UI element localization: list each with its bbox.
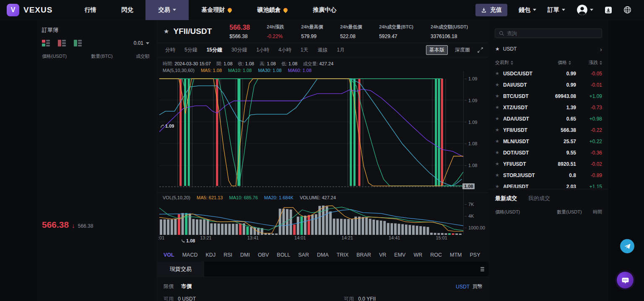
- timeframe-tab[interactable]: 1天: [296, 46, 313, 54]
- tab-recent-trades[interactable]: 最新成交: [495, 195, 517, 202]
- language-button[interactable]: [623, 6, 631, 14]
- currency-selector[interactable]: USDT: [456, 284, 470, 290]
- brand-name: VEXUS: [23, 5, 52, 15]
- indicator-tab[interactable]: BOLL: [277, 252, 290, 258]
- nav-item-promotion[interactable]: 推廣中心: [300, 0, 349, 20]
- depth-view-button[interactable]: 深度圖: [455, 46, 470, 54]
- indicator-tab[interactable]: OBV: [258, 252, 269, 258]
- spot-trade-tab[interactable]: 現貨交易: [157, 262, 204, 277]
- pair-row[interactable]: ★ YFI/USDT 8920.51 -0.02: [488, 158, 608, 170]
- pair-row[interactable]: ★ BTC/USDT 69943.08 +1.09: [488, 90, 608, 102]
- pair-row[interactable]: ★ DAI/USDT 0.99 -0.01: [488, 79, 608, 90]
- more-menu-icon[interactable]: [480, 267, 484, 271]
- pair-row[interactable]: ★ DOT/USDT 9.55 -0.36: [488, 147, 608, 158]
- favorite-star-icon[interactable]: ★: [495, 71, 499, 76]
- timeframe-tab[interactable]: 5分鐘: [180, 46, 202, 54]
- favorite-star-icon[interactable]: ★: [495, 172, 499, 178]
- fullscreen-icon[interactable]: [477, 47, 483, 53]
- pair-row[interactable]: ★ STORJ/USDT 0.8 -0.89: [488, 170, 608, 181]
- timeframe-tab[interactable]: 1小時: [252, 46, 274, 54]
- pair-row[interactable]: ★ USDC/USDT 0.99 -0.05: [488, 68, 608, 79]
- sort-by-pair[interactable]: 交易對: [495, 59, 509, 66]
- indicator-tab[interactable]: DMA: [317, 252, 329, 258]
- favorite-star-icon[interactable]: ★: [495, 82, 499, 87]
- favorite-star-icon[interactable]: ★: [495, 105, 499, 110]
- nav-item-mining-lock[interactable]: 礦池鎖倉: [244, 0, 300, 20]
- basic-view-button[interactable]: 基本版: [426, 45, 448, 55]
- brand[interactable]: V VEXUS: [7, 4, 52, 16]
- search-input[interactable]: [507, 31, 598, 36]
- volume-chart[interactable]: VOL(5,10,20) MA5: 621.13 MA10: 685.76 MA…: [157, 193, 488, 234]
- vol-group-label: VOL(5,10,20): [163, 195, 190, 200]
- app-download-button[interactable]: [605, 6, 612, 14]
- pair-row[interactable]: ★ MLN/USDT 25.57 +0.22: [488, 136, 608, 147]
- indicator-tab[interactable]: EMV: [394, 252, 405, 258]
- search-icon: [499, 31, 504, 36]
- view-asks-only-icon[interactable]: [58, 40, 67, 46]
- view-both-sides-icon[interactable]: [42, 40, 51, 46]
- pair-row[interactable]: ★ YFII/USDT 566.38 -0.22: [488, 124, 608, 136]
- indicator-tab[interactable]: PSY: [470, 252, 480, 258]
- orders-dropdown[interactable]: 訂單: [548, 6, 565, 14]
- timeframe-tab[interactable]: 分時: [161, 46, 180, 54]
- indicator-tab[interactable]: WR: [413, 252, 422, 258]
- view-bids-only-icon[interactable]: [74, 40, 83, 46]
- deposit-button[interactable]: 充值: [475, 4, 507, 16]
- pair-price-block: 566.38 $566.38: [229, 24, 250, 39]
- pair-price: 0.99: [566, 82, 576, 88]
- timeframe-tab[interactable]: 15分鐘: [202, 46, 227, 54]
- favorite-star-icon[interactable]: ★: [495, 161, 499, 167]
- nav-item-fund[interactable]: 基金理財: [189, 0, 244, 20]
- candlestick-chart[interactable]: 1.09 1.08: [157, 71, 488, 193]
- favorite-star-icon[interactable]: ★: [164, 28, 169, 35]
- timeframe-tab[interactable]: 4小時: [274, 46, 296, 54]
- indicator-tab[interactable]: SAR: [298, 252, 309, 258]
- indicator-tab[interactable]: ROC: [430, 252, 442, 258]
- timeframe-tab[interactable]: 1月: [332, 46, 349, 54]
- favorite-star-icon[interactable]: ★: [495, 139, 499, 144]
- indicator-tab[interactable]: BRAR: [356, 252, 371, 258]
- indicator-tab[interactable]: DMI: [240, 252, 250, 258]
- account-menu[interactable]: [576, 4, 593, 15]
- stat-label: 24h漲跌: [267, 24, 284, 30]
- indicator-tab[interactable]: KDJ: [206, 252, 216, 258]
- pair-name: USDC/USDT: [503, 71, 532, 77]
- indicator-tab[interactable]: MACD: [182, 252, 198, 258]
- pair-row[interactable]: ★ ADA/USDT 0.65 +0.98: [488, 113, 608, 124]
- indicator-tab[interactable]: VOL: [164, 252, 174, 258]
- sort-by-change[interactable]: 漲跌: [576, 59, 602, 66]
- favorite-star-icon[interactable]: ★: [495, 93, 499, 99]
- favorite-star-icon[interactable]: ★: [495, 184, 499, 188]
- market-order-tab[interactable]: 市價: [181, 283, 192, 290]
- precision-dropdown[interactable]: 0.01: [134, 40, 149, 46]
- telegram-button[interactable]: [620, 239, 634, 253]
- favorite-star-icon[interactable]: ★: [495, 127, 499, 133]
- stat-value: 522.08: [340, 33, 362, 39]
- tab-my-trades[interactable]: 我的成交: [528, 195, 550, 202]
- support-chat-button[interactable]: [617, 272, 634, 288]
- wallet-dropdown[interactable]: 錢包: [519, 6, 536, 14]
- pair-row[interactable]: ★ APE/USDT 2.03 +1.15: [488, 181, 608, 188]
- indicator-tab[interactable]: MTM: [450, 252, 462, 258]
- buy-coin-label[interactable]: 買幣: [473, 283, 483, 290]
- indicator-tab[interactable]: RSI: [223, 252, 232, 258]
- limit-order-tab[interactable]: 限價: [164, 283, 174, 290]
- sort-icon[interactable]: [511, 61, 513, 65]
- time-tick: 14:21: [342, 235, 353, 240]
- trading-page: V VEXUS 行情 閃兌 交易 基金理財 礦池鎖倉 推廣中心: [0, 0, 644, 301]
- quote-group-usdt[interactable]: ★ USDT ›: [495, 44, 602, 54]
- sort-by-price[interactable]: 價格: [558, 59, 571, 66]
- orderbook-panel: 訂單簿 0.01 價格(US: [37, 20, 157, 301]
- pair-change: -0.36: [576, 150, 602, 156]
- indicator-tab[interactable]: VR: [379, 252, 386, 258]
- favorite-star-icon[interactable]: ★: [495, 116, 499, 121]
- nav-item-trade[interactable]: 交易: [145, 0, 189, 20]
- indicator-tab[interactable]: TRIX: [337, 252, 348, 258]
- nav-item-flash-swap[interactable]: 閃兌: [109, 0, 145, 20]
- favorite-star-icon[interactable]: ★: [495, 150, 499, 155]
- pair-row[interactable]: ★ XTZ/USDT 1.39 -0.73: [488, 102, 608, 113]
- timeframe-tab[interactable]: 30分鐘: [227, 46, 252, 54]
- nav-item-market[interactable]: 行情: [72, 0, 109, 20]
- timeframe-tab[interactable]: 週線: [313, 46, 332, 54]
- indicator-tabs: VOLMACDKDJRSIDMIOBVBOLLSARDMATRIXBRARVRE…: [157, 248, 488, 262]
